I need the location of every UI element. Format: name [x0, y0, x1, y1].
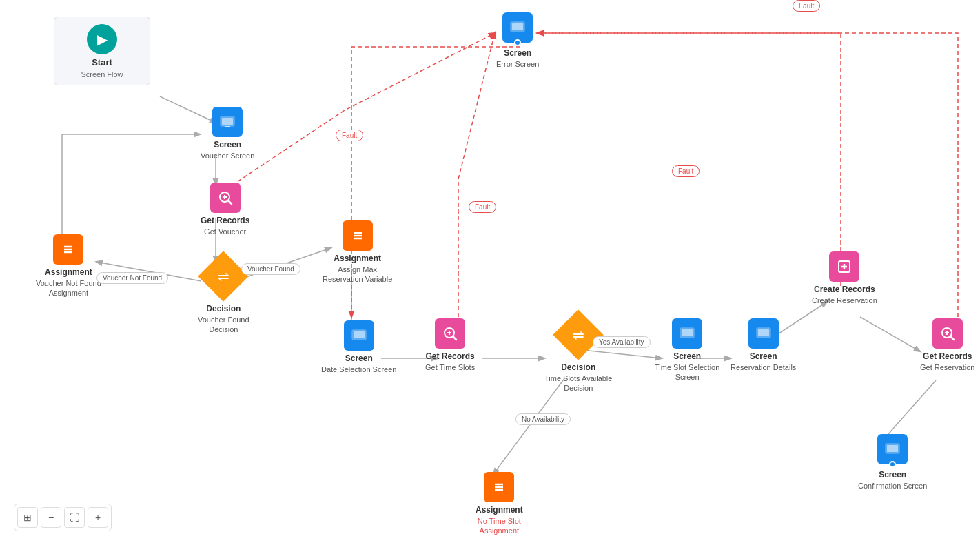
screen-time-slot-node[interactable]: Screen Time Slot SelectionScreen [655, 318, 719, 382]
decision-time-slots-icon: ⇌ [553, 309, 604, 360]
svg-line-12 [860, 317, 920, 351]
screen-reservation-icon [748, 318, 779, 349]
assignment-max-res-type: Assignment [334, 254, 381, 265]
get-voucher-icon [210, 183, 241, 213]
decision-voucher-type: Decision [206, 304, 241, 315]
svg-rect-15 [222, 118, 233, 125]
expand-icon: ⛶ [70, 512, 79, 523]
screen-voucher-sublabel: Voucher Screen [201, 151, 254, 161]
start-label: Start [92, 57, 112, 68]
screen-error-icon [502, 12, 533, 43]
svg-rect-48 [512, 23, 523, 30]
decision-voucher-sublabel: Voucher FoundDecision [198, 315, 249, 335]
minus-icon: − [48, 512, 54, 523]
get-voucher-type: Get Records [201, 216, 249, 227]
assignment-no-slot-type: Assignment [476, 505, 523, 516]
svg-line-30 [453, 336, 456, 340]
screen-time-slot-icon [672, 318, 702, 349]
svg-line-44 [950, 336, 954, 340]
assignment-not-found-icon [53, 234, 83, 265]
screen-date-node[interactable]: Screen Date Selection Screen [321, 320, 396, 374]
fault-label-2: Fault [469, 201, 496, 213]
screen-reservation-type: Screen [750, 351, 777, 362]
decision-voucher-icon: ⇌ [198, 251, 249, 302]
svg-line-13 [882, 380, 936, 441]
screen-date-type: Screen [345, 353, 373, 364]
assignment-not-found-node[interactable]: Assignment Voucher Not FoundAssignment [36, 234, 101, 298]
screen-confirmation-node[interactable]: Screen Confirmation Screen [858, 434, 927, 491]
zoom-in-button[interactable]: + [88, 507, 108, 528]
get-reservation-type: Get Records [923, 351, 972, 362]
svg-rect-28 [354, 331, 365, 338]
svg-line-18 [228, 200, 232, 204]
start-play-icon: ▶ [87, 24, 117, 54]
fault-label-1: Fault [336, 130, 363, 141]
get-reservation-sublabel: Get Reservation [920, 362, 974, 372]
screen-error-sublabel: Error Screen [496, 59, 539, 69]
screen-date-sublabel: Date Selection Screen [321, 364, 396, 374]
zoom-out-button[interactable]: − [41, 507, 61, 528]
assignment-max-res-node[interactable]: Assignment Assign MaxReservation Variabl… [323, 220, 392, 284]
no-availability-label: No Availability [515, 413, 571, 425]
get-reservation-icon [932, 318, 963, 349]
create-reservation-node[interactable]: Create Records Create Reservation [812, 251, 877, 305]
create-reservation-type: Create Records [814, 285, 875, 296]
get-time-slots-node[interactable]: Get Records Get Time Slots [425, 318, 475, 372]
get-time-slots-icon [435, 318, 465, 349]
yes-availability-label: Yes Availability [593, 336, 651, 348]
decision-time-slots-node[interactable]: ⇌ Decision Time Slots AvailableDecision [544, 317, 612, 393]
screen-time-slot-type: Screen [673, 351, 701, 362]
screen-reservation-sublabel: Reservation Details [731, 362, 796, 372]
svg-rect-39 [758, 329, 769, 336]
start-sublabel: Screen Flow [81, 70, 123, 79]
start-box: ▶ Start Screen Flow [54, 17, 150, 85]
assignment-max-res-sublabel: Assign MaxReservation Variable [323, 265, 392, 285]
assignment-max-res-icon [343, 220, 373, 251]
start-node[interactable]: ▶ Start Screen Flow [54, 17, 150, 85]
toolbar: ⊞ − ⛶ + [14, 504, 112, 531]
get-time-slots-sublabel: Get Time Slots [425, 362, 475, 372]
screen-voucher-icon [212, 107, 243, 137]
fit-button[interactable]: ⛶ [64, 507, 85, 528]
grid-button[interactable]: ⊞ [17, 507, 38, 528]
get-time-slots-type: Get Records [425, 351, 474, 362]
fault-label-4: Fault [793, 0, 820, 12]
get-reservation-node[interactable]: Get Records Get Reservation [920, 318, 974, 372]
screen-time-slot-sublabel: Time Slot SelectionScreen [655, 362, 719, 382]
screen-confirmation-icon [877, 434, 908, 464]
fault-label-3: Fault [672, 165, 700, 177]
svg-rect-50 [887, 445, 898, 452]
get-voucher-sublabel: Get Voucher [204, 227, 246, 236]
get-voucher-node[interactable]: Get Records Get Voucher [201, 183, 249, 236]
screen-confirmation-type: Screen [879, 470, 906, 481]
create-reservation-icon [829, 251, 859, 282]
screen-voucher-type: Screen [214, 140, 241, 151]
assignment-not-found-sublabel: Voucher Not FoundAssignment [36, 278, 101, 298]
grid-icon: ⊞ [23, 512, 32, 523]
screen-reservation-node[interactable]: Screen Reservation Details [731, 318, 796, 372]
assignment-no-slot-sublabel: No Time SlotAssignment [478, 516, 521, 536]
assignment-not-found-type: Assignment [45, 267, 92, 278]
screen-voucher-node[interactable]: Screen Voucher Screen [201, 107, 254, 161]
screen-error-type: Screen [504, 48, 531, 59]
assignment-no-slot-node[interactable]: Assignment No Time SlotAssignment [476, 472, 523, 535]
screen-date-icon [344, 320, 374, 351]
screen-error-node[interactable]: Screen Error Screen [496, 12, 539, 69]
screen-confirmation-sublabel: Confirmation Screen [858, 481, 927, 491]
decision-time-slots-type: Decision [561, 362, 595, 373]
create-reservation-sublabel: Create Reservation [812, 296, 877, 305]
decision-time-slots-sublabel: Time Slots AvailableDecision [544, 373, 612, 393]
assignment-no-slot-icon [484, 472, 514, 502]
voucher-not-found-label: Voucher Not Found [96, 272, 168, 284]
voucher-found-label: Voucher Found [241, 263, 300, 275]
svg-rect-37 [682, 329, 693, 336]
plus-icon: + [95, 512, 101, 523]
